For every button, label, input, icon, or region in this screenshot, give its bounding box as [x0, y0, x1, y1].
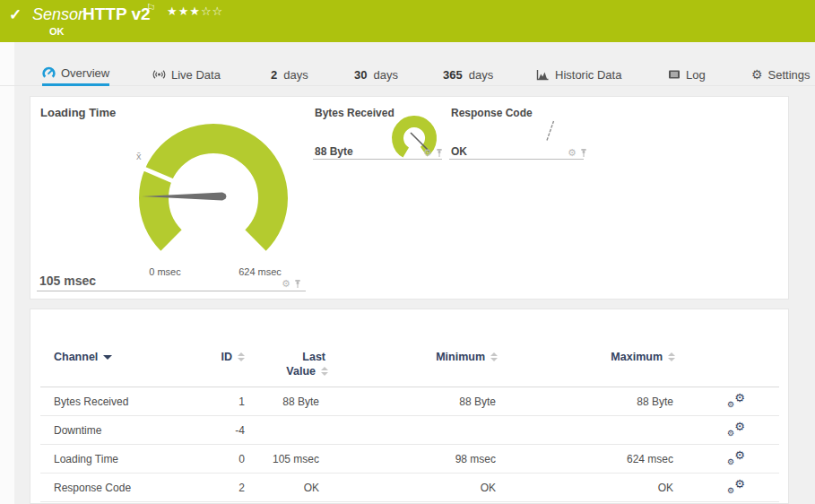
gears-icon: ⚙⚙	[727, 393, 745, 409]
sensor-title: HTTP v2	[82, 4, 151, 24]
table-row: Response Code 2 OK OK OK ⚙⚙	[40, 474, 779, 502]
tab-365-days[interactable]: 365 days	[443, 63, 493, 86]
channel-last-value: OK	[212, 482, 319, 494]
column-label: Maximum	[611, 351, 663, 363]
column-header-last-value[interactable]: Last Value	[238, 351, 328, 378]
channel-settings-button[interactable]: ⚙⚙	[727, 421, 750, 439]
response-code-title: Response Code	[451, 107, 533, 119]
tab-label: days	[373, 68, 397, 82]
sort-icon	[321, 367, 328, 378]
table-row: Bytes Received 1 88 Byte 88 Byte 88 Byte…	[40, 387, 779, 416]
loading-time-title: Loading Time	[40, 106, 116, 119]
pin-icon[interactable]	[294, 279, 301, 289]
column-header-minimum[interactable]: Minimum	[381, 351, 498, 363]
historic-chart-icon	[536, 69, 550, 81]
tab-label: Settings	[768, 68, 811, 82]
sort-desc-icon	[103, 355, 112, 360]
sort-icon	[490, 352, 498, 361]
loading-time-value: 105 msec	[39, 274, 96, 288]
column-label: Value	[286, 365, 316, 378]
pin-icon[interactable]	[580, 148, 587, 158]
table-row: Downtime -4 ⚙⚙	[40, 416, 779, 445]
log-icon	[668, 69, 681, 80]
sensor-header: ✓ Sensor HTTP v2 ⚐ ★★★☆☆ OK	[0, 0, 815, 42]
channel-last-value: 105 msec	[212, 453, 319, 465]
column-label: ID	[221, 351, 233, 363]
tab-label: Overview	[61, 66, 109, 80]
live-data-icon	[152, 68, 166, 81]
sensor-status-badge: OK	[49, 26, 65, 37]
channel-maximum: 624 msec	[557, 453, 673, 465]
channel-settings-button[interactable]: ⚙⚙	[727, 393, 750, 411]
channel-name: Downtime	[54, 424, 101, 437]
mean-marker-label: x̄	[136, 151, 142, 161]
tab-number: 365	[443, 68, 463, 82]
sort-icon	[668, 352, 675, 361]
channel-id: -4	[155, 424, 245, 437]
tab-2-days[interactable]: 2 days	[271, 63, 308, 86]
tab-settings[interactable]: ⚙ Settings	[751, 63, 811, 86]
gears-icon: ⚙⚙	[727, 450, 745, 466]
tab-label: Live Data	[171, 68, 221, 82]
gauge-icon	[42, 66, 56, 80]
gears-icon: ⚙⚙	[727, 421, 745, 438]
response-code-value: OK	[451, 145, 467, 158]
channel-minimum: 98 msec	[379, 453, 496, 465]
column-header-maximum[interactable]: Maximum	[559, 351, 675, 363]
channel-maximum: 88 Byte	[557, 395, 673, 408]
channel-name: Response Code	[54, 482, 131, 494]
column-label: Last	[238, 351, 328, 363]
tab-label: Historic Data	[555, 68, 621, 82]
tab-number: 2	[271, 68, 277, 82]
tab-label: days	[283, 68, 308, 82]
gear-icon: ⚙	[751, 67, 763, 82]
flag-icon[interactable]: ⚐	[146, 2, 156, 14]
table-row: Loading Time 0 105 msec 98 msec 624 msec…	[40, 445, 779, 474]
channel-minimum: 88 Byte	[379, 395, 496, 408]
channel-minimum: OK	[379, 482, 496, 494]
channel-maximum: OK	[557, 482, 673, 494]
tab-live-data[interactable]: Live Data	[152, 63, 221, 86]
channel-settings-button[interactable]: ⚙⚙	[727, 450, 750, 468]
channels-table-panel: Channel ID Last Value Minimum Maximum By…	[30, 308, 789, 504]
tab-number: 30	[354, 68, 367, 82]
column-header-channel[interactable]: Channel	[54, 351, 112, 363]
loading-time-gauge-arc	[154, 138, 273, 240]
tab-label: days	[469, 68, 493, 82]
loading-time-scale-min: 0 msec	[145, 266, 185, 277]
sensor-kind-label: Sensor	[32, 5, 83, 24]
response-code-gauge-needle	[547, 121, 554, 141]
status-check-icon: ✓	[9, 5, 22, 24]
gear-icon[interactable]: ⚙	[282, 279, 290, 289]
left-margin	[0, 42, 14, 504]
tab-30-days[interactable]: 30 days	[354, 63, 398, 86]
loading-time-scale-max: 624 msec	[233, 266, 287, 277]
pin-icon[interactable]	[436, 148, 443, 158]
tab-overview[interactable]: Overview	[42, 63, 109, 86]
priority-stars[interactable]: ★★★☆☆	[167, 4, 223, 18]
channel-name: Bytes Received	[54, 395, 128, 408]
channel-last-value: 88 Byte	[212, 395, 319, 408]
column-label: Minimum	[436, 351, 485, 363]
column-label: Channel	[54, 351, 98, 363]
bytes-received-value: 88 Byte	[315, 145, 353, 158]
gauges-panel: Loading Time x̄ 0 msec 624 msec 105 msec…	[30, 96, 789, 300]
tab-log[interactable]: Log	[668, 63, 706, 86]
loading-time-gauge-actions[interactable]: ⚙	[282, 279, 301, 289]
bytes-received-gauge-actions[interactable]: ⚙	[423, 148, 443, 158]
bytes-received-title: Bytes Received	[315, 107, 394, 119]
gear-icon[interactable]: ⚙	[423, 148, 432, 158]
tab-label: Log	[686, 68, 706, 82]
column-header-id[interactable]: ID	[155, 351, 245, 363]
tab-historic-data[interactable]: Historic Data	[536, 63, 621, 86]
response-code-gauge-actions[interactable]: ⚙	[568, 148, 587, 158]
gear-icon[interactable]: ⚙	[568, 148, 577, 158]
channel-name: Loading Time	[54, 453, 118, 465]
channel-settings-button[interactable]: ⚙⚙	[727, 479, 750, 497]
gears-icon: ⚙⚙	[727, 479, 745, 495]
